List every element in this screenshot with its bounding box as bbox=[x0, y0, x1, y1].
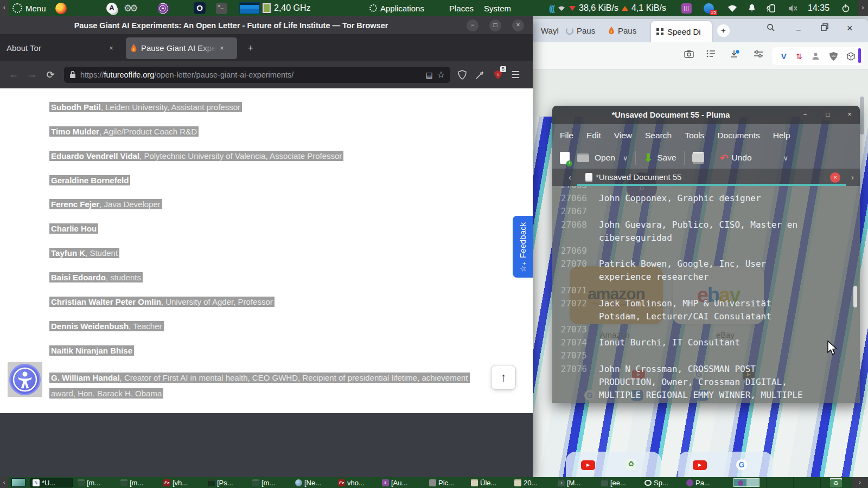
vivaldi-minimize-button[interactable]: − bbox=[796, 25, 801, 35]
tray-volume[interactable] bbox=[788, 0, 798, 16]
vivaldi-restore-button[interactable] bbox=[821, 23, 828, 31]
undo-button[interactable]: Undo bbox=[731, 153, 751, 163]
vivaldi-tab-1[interactable]: Wayl bbox=[541, 19, 559, 42]
taskbar-collapse-left-icon[interactable]: ‹ bbox=[0, 477, 8, 488]
menu-applications[interactable]: Applications bbox=[369, 0, 424, 16]
task-folder-music[interactable]: ♪[M... bbox=[556, 478, 593, 487]
task-opera[interactable]: Sp... bbox=[643, 478, 680, 487]
task-folder[interactable]: [ee... bbox=[599, 478, 639, 487]
pluma-scrollbar[interactable] bbox=[853, 286, 857, 307]
tray-battery[interactable] bbox=[765, 0, 777, 16]
task-filezilla-2[interactable]: Fzvho... bbox=[336, 478, 376, 487]
task-audio[interactable]: ‖[Au... bbox=[380, 478, 420, 487]
tray-update-applet[interactable]: 25 bbox=[704, 0, 714, 16]
task-filezilla-1[interactable]: Fz[vh... bbox=[162, 478, 203, 487]
reading-list-icon[interactable] bbox=[706, 50, 716, 57]
menu-file[interactable]: File bbox=[560, 131, 573, 140]
reload-icon[interactable]: ⟳ bbox=[41, 69, 60, 81]
menu-documents[interactable]: Documents bbox=[717, 131, 760, 140]
task-tor[interactable]: Pa... bbox=[685, 478, 726, 487]
tray-wifi[interactable] bbox=[727, 0, 737, 16]
print-icon[interactable] bbox=[692, 153, 704, 162]
circuit-wand-icon[interactable] bbox=[475, 70, 485, 80]
panel-collapse-right-icon[interactable]: › bbox=[858, 0, 868, 16]
menu-help[interactable]: Help bbox=[773, 131, 790, 140]
settings-launcher[interactable]: ⚙⚙ bbox=[124, 0, 136, 16]
undo-arrow-icon[interactable]: ↶ bbox=[720, 152, 729, 164]
workspace-switcher[interactable] bbox=[733, 478, 760, 487]
tab-close-icon[interactable]: × bbox=[106, 43, 116, 53]
tab-pause-letter-active[interactable]: Pause Giant AI Expe × bbox=[126, 37, 237, 59]
show-desktop-button[interactable] bbox=[11, 478, 25, 487]
vivaldi-tab-3[interactable]: Paus bbox=[608, 19, 636, 42]
tor-title-bar[interactable]: Pause Giant AI Experiments: An Open Lett… bbox=[0, 16, 533, 35]
opera-launcher[interactable]: O bbox=[194, 0, 206, 16]
workspace-1[interactable] bbox=[734, 479, 746, 486]
menu-tools[interactable]: Tools bbox=[685, 131, 704, 140]
cpu-freq-applet[interactable]: 2,40 GHz bbox=[263, 0, 311, 16]
new-document-icon[interactable] bbox=[560, 152, 570, 164]
back-icon[interactable]: ← bbox=[4, 69, 23, 80]
pluma-minimize-button[interactable]: − bbox=[799, 109, 811, 121]
clock-applet[interactable]: 14:35 bbox=[808, 0, 829, 16]
forward-icon[interactable]: → bbox=[23, 69, 41, 80]
tor-minimize-button[interactable]: − bbox=[467, 20, 478, 31]
network-monitor-applet[interactable]: ((( 38,6 KiB/s 4,1 KiB/s bbox=[549, 0, 666, 16]
trash-applet[interactable]: ♻ bbox=[830, 478, 842, 487]
panel-collapse-left-icon[interactable]: ‹ bbox=[0, 0, 9, 16]
tray-notifications[interactable] bbox=[748, 0, 756, 16]
cpu-graph-applet[interactable] bbox=[239, 2, 260, 14]
scroll-to-top-button[interactable]: ↑ bbox=[491, 365, 516, 390]
new-tab-button[interactable]: + bbox=[244, 42, 257, 55]
taskbar-collapse-right-icon[interactable]: › bbox=[852, 477, 868, 488]
menu-edit[interactable]: Edit bbox=[586, 131, 601, 140]
vivaldi-tab-speeddial-active[interactable]: Speed Di bbox=[651, 21, 712, 42]
extension-ublock-icon[interactable]: UD bbox=[829, 52, 838, 61]
extension-person-icon[interactable] bbox=[812, 52, 820, 60]
shutdown-applet[interactable] bbox=[841, 0, 850, 16]
task-terminal-1[interactable]: [m... bbox=[76, 478, 115, 487]
new-tab-button[interactable]: + bbox=[717, 24, 730, 37]
task-file-1[interactable]: Üle... bbox=[469, 478, 508, 487]
open-button[interactable]: Open bbox=[595, 153, 615, 163]
save-button[interactable]: Save bbox=[657, 153, 676, 163]
tab-scroll-right-icon[interactable]: › bbox=[851, 169, 854, 186]
pluma-title-bar[interactable]: *Unsaved Document 55 - Pluma − □ × bbox=[552, 106, 860, 124]
feedback-button[interactable]: Feedback ☆₊ bbox=[513, 216, 533, 278]
menu-places[interactable]: Places bbox=[449, 0, 474, 16]
task-terminal-3[interactable]: [Ps... bbox=[206, 478, 246, 487]
tab-close-icon[interactable]: × bbox=[830, 172, 840, 183]
vivaldi-close-button[interactable]: × bbox=[847, 23, 853, 34]
workspace-2[interactable] bbox=[746, 479, 759, 486]
pluma-text-area[interactable]: 27065 27066John Copponex, Graphic design… bbox=[552, 186, 860, 403]
extension-v-icon[interactable]: V bbox=[781, 52, 787, 61]
open-dropdown-icon[interactable]: ∨ bbox=[623, 154, 628, 162]
search-launcher[interactable]: A bbox=[106, 0, 117, 16]
task-pluma[interactable]: ✎*U... bbox=[30, 478, 73, 487]
task-file-2[interactable]: 20... bbox=[513, 478, 550, 487]
capture-icon[interactable] bbox=[684, 50, 694, 58]
firefox-launcher[interactable] bbox=[55, 0, 67, 16]
tab-close-icon[interactable]: × bbox=[220, 37, 224, 59]
speeddial-folder-2[interactable]: G G bbox=[678, 452, 773, 477]
speeddial-folder-1[interactable]: ♻ W ▥ bbox=[566, 452, 661, 477]
menu-system[interactable]: System bbox=[484, 0, 511, 16]
tray-media-applet[interactable]: ||| bbox=[681, 0, 692, 16]
hamburger-menu-icon[interactable]: ☰ bbox=[511, 69, 520, 81]
url-bar[interactable]: https://futureoflife.org/open-letter/pau… bbox=[64, 67, 450, 83]
task-terminal-4[interactable]: [m... bbox=[251, 478, 290, 487]
extension-updown-icon[interactable]: ⇅ bbox=[796, 52, 802, 61]
noscript-shield-icon[interactable] bbox=[458, 70, 467, 80]
vivaldi-scrollbar[interactable] bbox=[860, 97, 864, 134]
tor-launcher[interactable] bbox=[158, 0, 169, 16]
tune-icon[interactable] bbox=[754, 50, 763, 58]
task-terminal-2[interactable]: [m... bbox=[119, 478, 158, 487]
task-network[interactable]: [Ne... bbox=[293, 478, 333, 487]
extension-box-icon[interactable] bbox=[847, 52, 855, 61]
undo-dropdown-icon[interactable]: ∨ bbox=[783, 154, 789, 162]
terminal-launcher[interactable]: >_ bbox=[216, 0, 227, 16]
tor-maximize-button[interactable]: □ bbox=[489, 20, 501, 31]
downloads-icon[interactable] bbox=[730, 50, 739, 59]
security-shield-badge[interactable]: t 5 bbox=[494, 70, 502, 80]
pluma-close-button[interactable]: × bbox=[844, 109, 856, 121]
